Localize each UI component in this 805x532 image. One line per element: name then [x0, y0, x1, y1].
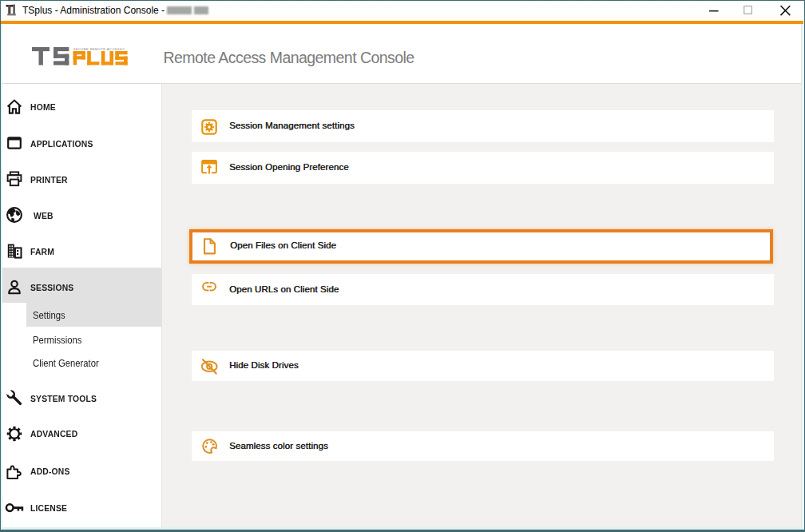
- svg-text:SECURE REMOTE ACCESS®: SECURE REMOTE ACCESS®: [73, 47, 125, 51]
